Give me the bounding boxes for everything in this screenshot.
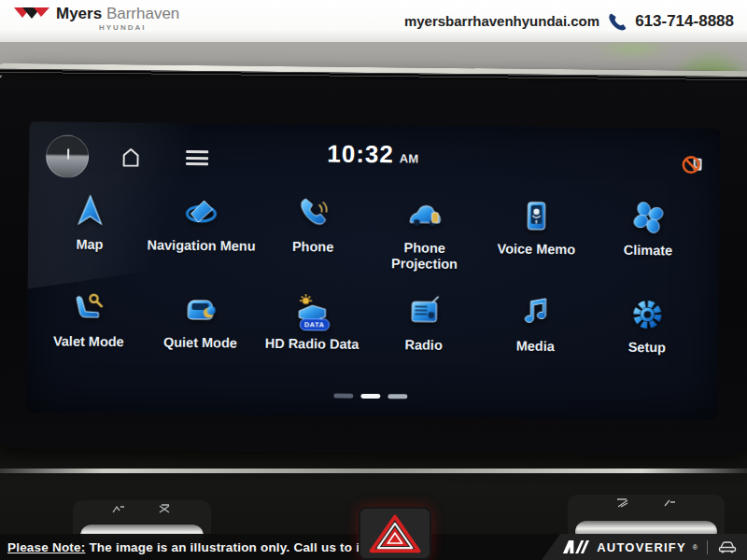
setup-gear-icon — [627, 294, 668, 335]
quiet-mode-icon — [180, 289, 221, 330]
time-meridiem: AM — [400, 151, 418, 165]
app-tile-navigation-menu[interactable]: Navigation Menu — [145, 191, 258, 289]
page-indicator[interactable] — [333, 394, 407, 399]
vent-chrome-slat-2 — [0, 486, 747, 490]
app-grid: Map Navigation Menu — [33, 190, 705, 392]
time-value: 10:32 — [327, 139, 394, 169]
data-badge: DATA — [300, 318, 330, 330]
app-tile-hd-radio-data[interactable]: DATA HD Radio Data — [256, 290, 369, 388]
app-tile-phone-projection[interactable]: Phone Projection — [368, 194, 481, 292]
autoverify-banner: AUTOVERIFY® — [542, 534, 747, 560]
clock: 10:32 AM — [327, 139, 418, 169]
page-dot-3[interactable] — [388, 394, 407, 399]
dealer-header: Myers Barrhaven HYUNDAI myersbarrhavenhy… — [0, 0, 747, 42]
page-dot-2-active[interactable] — [360, 394, 380, 399]
autoverify-logo-icon — [562, 539, 590, 555]
app-tile-valet-mode[interactable]: Valet Mode — [33, 287, 146, 385]
dealer-listing-photo: Myers Barrhaven HYUNDAI myersbarrhavenhy… — [0, 0, 747, 560]
mode-icon — [662, 498, 677, 509]
seat-heat-icon — [111, 504, 126, 514]
fan-speed-icon — [158, 504, 173, 514]
app-tile-setup[interactable]: Setup — [591, 293, 704, 391]
disclaimer-text: Please Note: The image is an illustratio… — [7, 540, 403, 554]
radio-icon — [403, 291, 444, 332]
map-preview-thumbnail[interactable] — [46, 134, 89, 177]
valet-mode-icon — [68, 288, 109, 329]
map-icon — [69, 191, 110, 232]
phone-icon — [607, 11, 627, 32]
infotainment-display: 10:32 AM Map — [26, 121, 720, 420]
page-dot-1[interactable] — [333, 394, 353, 399]
home-icon[interactable] — [119, 145, 143, 169]
dealer-phone-number: 613-714-8888 — [635, 12, 734, 31]
phone-handset-icon — [292, 193, 333, 234]
car-dashboard-photo: 10:32 AM Map — [0, 42, 747, 560]
app-tile-voice-memo[interactable]: Voice Memo — [480, 195, 593, 293]
vent-chrome-slat — [0, 469, 747, 473]
infotainment-bezel: 10:32 AM Map — [0, 63, 747, 456]
app-tile-climate[interactable]: Climate — [592, 196, 705, 294]
myers-logo-icon — [13, 7, 50, 22]
dealer-website: myersbarrhavenhyundai.com — [404, 13, 599, 29]
autoverify-label: AUTOVERIFY — [597, 540, 686, 554]
bluetooth-disconnected-icon[interactable] — [681, 152, 705, 176]
car-icon — [717, 540, 738, 553]
hamburger-menu-icon[interactable] — [186, 150, 208, 165]
defrost-icon — [615, 498, 630, 509]
voice-memo-icon — [515, 196, 557, 237]
dealer-logo: Myers Barrhaven HYUNDAI — [13, 7, 179, 35]
dealer-name: Myers — [56, 5, 102, 22]
phone-projection-icon — [404, 194, 445, 235]
app-tile-quiet-mode[interactable]: Quiet Mode — [144, 288, 257, 386]
app-tile-media[interactable]: Media — [479, 292, 592, 390]
app-tile-map[interactable]: Map — [34, 190, 147, 288]
climate-fan-icon — [627, 197, 669, 238]
app-tile-phone[interactable]: Phone — [257, 193, 370, 291]
dealer-contact: myersbarrhavenhyundai.com 613-714-8888 — [404, 11, 734, 32]
dealer-brand: HYUNDAI — [99, 21, 179, 35]
app-tile-radio[interactable]: Radio — [367, 291, 480, 389]
hazard-warning-button[interactable] — [359, 507, 431, 560]
hd-radio-data-icon: DATA — [291, 290, 332, 331]
media-icon — [514, 293, 556, 334]
navigation-menu-icon — [181, 192, 222, 233]
hazard-triangle-icon — [366, 511, 424, 557]
